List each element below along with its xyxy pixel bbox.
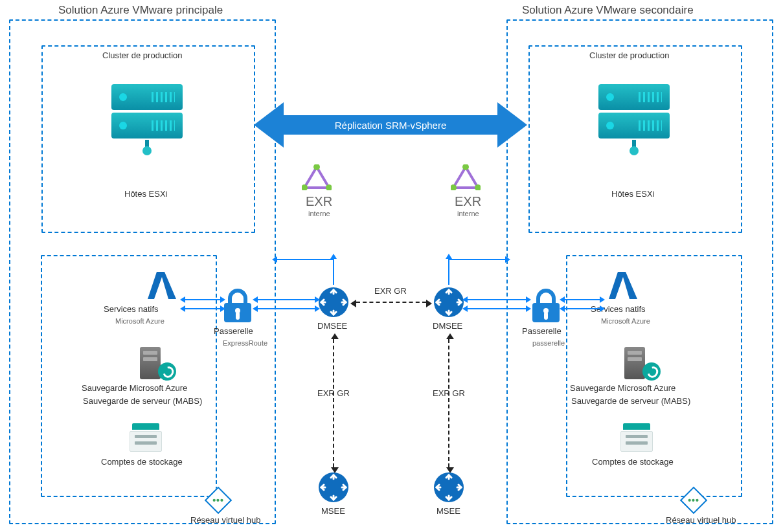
srm-replication-arrow: Réplication SRM-vSphere — [284, 115, 497, 135]
router-icon — [319, 287, 348, 317]
exr-gr-link — [448, 339, 449, 467]
vnet-icon — [684, 491, 703, 510]
primary-vnet-label: Réseau virtuel hub — [190, 515, 260, 525]
connector-line — [277, 259, 333, 260]
exr-triangle-icon — [451, 164, 481, 190]
router-icon — [319, 472, 348, 502]
connector-line — [468, 299, 526, 300]
exr-gr-right-label: EXR GR — [433, 388, 465, 398]
connector-line — [449, 259, 505, 260]
secondary-backup-sub: Sauvegarde de serveur (MABS) — [571, 396, 690, 406]
connector-line — [565, 299, 600, 300]
primary-gateway-sub: ExpressRoute — [223, 339, 267, 347]
secondary-native-services-sub: Microsoft Azure — [601, 317, 650, 325]
lock-icon — [531, 289, 561, 322]
storage-account-icon — [130, 423, 162, 452]
connector-line — [448, 259, 449, 285]
connector-line — [258, 308, 315, 309]
msee-left-label: MSEE — [321, 506, 345, 516]
exr-gr-link — [356, 302, 426, 303]
primary-esxi-label: Hôtes ESXi — [124, 189, 167, 199]
exr-triangle-icon — [302, 164, 332, 190]
router-icon — [434, 472, 464, 502]
primary-gateway-label: Passerelle — [214, 326, 253, 336]
exr-right-sub: interne — [457, 210, 479, 217]
server-stack-icon — [598, 84, 670, 152]
secondary-storage-label: Comptes de stockage — [592, 457, 674, 467]
primary-solution-title: Solution Azure VMware principale — [58, 4, 223, 17]
exr-gr-link — [333, 339, 334, 467]
primary-storage-label: Comptes de stockage — [101, 457, 183, 467]
primary-backup-label: Sauvegarde Microsoft Azure — [82, 383, 187, 393]
lock-icon — [223, 289, 253, 322]
dmsee-right-label: DMSEE — [433, 321, 462, 331]
msee-right-label: MSEE — [437, 506, 460, 516]
secondary-backup-label: Sauvegarde Microsoft Azure — [570, 383, 675, 393]
secondary-gateway-sub: passerelle — [532, 339, 565, 347]
exr-gr-h-label: EXR GR — [374, 286, 407, 296]
exr-gr-left-label: EXR GR — [317, 388, 350, 398]
dmsee-left-label: DMSEE — [317, 321, 347, 331]
azure-a-icon — [606, 271, 640, 304]
primary-native-services-sub: Microsoft Azure — [115, 317, 165, 325]
secondary-vnet-label: Réseau virtuel hub — [666, 515, 736, 525]
exr-right-label: EXR — [455, 194, 481, 209]
azure-a-icon — [145, 271, 179, 304]
exr-left-label: EXR — [306, 194, 332, 209]
mabs-icon — [140, 343, 172, 379]
exr-left-sub: interne — [308, 210, 330, 217]
secondary-gateway-label: Passerelle — [522, 326, 562, 336]
connector-line — [468, 308, 526, 309]
secondary-cluster-header: Cluster de production — [589, 50, 670, 60]
primary-native-services-label: Services natifs — [104, 304, 159, 314]
vnet-icon — [209, 491, 228, 510]
srm-replication-label: Réplication SRM-vSphere — [335, 120, 447, 131]
router-icon — [434, 287, 464, 317]
primary-backup-sub: Sauvegarde de serveur (MABS) — [83, 396, 202, 406]
secondary-solution-title: Solution Azure VMware secondaire — [522, 4, 694, 17]
connector-line — [333, 259, 334, 285]
connector-line — [565, 308, 600, 309]
storage-account-icon — [620, 423, 653, 452]
secondary-esxi-label: Hôtes ESXi — [611, 189, 654, 199]
primary-cluster-header: Cluster de production — [102, 50, 183, 60]
connector-line — [258, 299, 315, 300]
server-stack-icon — [111, 84, 183, 152]
mabs-icon — [624, 343, 657, 379]
connector-line — [185, 308, 220, 309]
connector-line — [185, 299, 220, 300]
